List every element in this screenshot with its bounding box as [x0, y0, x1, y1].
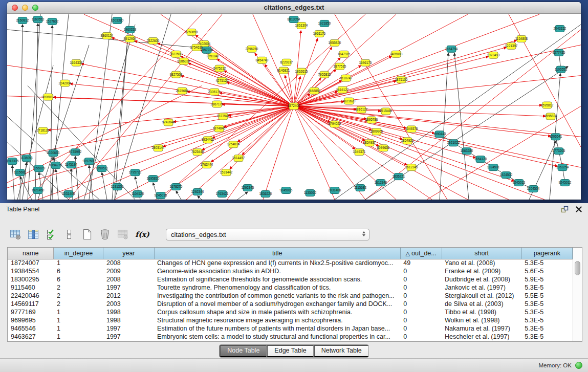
table-cell[interactable]: 0 [400, 292, 442, 300]
graph-node[interactable]: 6773205 [553, 148, 565, 155]
minimize-window-button[interactable] [22, 5, 28, 11]
table-row[interactable]: 1456911722003Disruption of a novel membe… [8, 300, 573, 308]
table-cell[interactable]: Franke et al. (2009) [442, 267, 521, 275]
table-row[interactable]: 969969511998Structural magnetic resonanc… [8, 316, 573, 324]
table-cell[interactable]: Yano et al. (2008) [442, 259, 521, 267]
table-cell[interactable]: 0 [400, 300, 442, 308]
network-graph[interactable]: 1872400226065824020042751842247521242751… [7, 14, 581, 200]
graph-node[interactable]: 1394275 [50, 162, 62, 169]
graph-node[interactable]: 1836221 [393, 173, 405, 180]
graph-node[interactable]: 9245015 [155, 192, 167, 199]
graph-node[interactable]: 8099651 [377, 145, 390, 151]
graph-node[interactable]: 9242844 [162, 119, 175, 126]
table-row[interactable]: 946362711997Embryonic stem cells: a mode… [8, 333, 573, 341]
table-cell[interactable]: 9777169 [8, 308, 54, 316]
graph-node[interactable]: 1549378 [405, 126, 418, 133]
graph-node[interactable]: 1664794 [445, 46, 458, 52]
table-row[interactable]: 2242004622012Investigating the contribut… [8, 292, 573, 300]
table-cell[interactable]: 9465546 [8, 324, 54, 333]
table-cell[interactable]: 1 [54, 259, 103, 267]
graph-node[interactable]: 2031406 [329, 187, 341, 194]
graph-node[interactable]: 9245013 [513, 180, 526, 186]
graph-node[interactable]: 9245016 [280, 187, 293, 194]
graph-node[interactable]: 7955812 [318, 71, 331, 78]
column-header-title[interactable]: title [154, 248, 400, 259]
table-cell[interactable]: 5.3E-5 [521, 333, 572, 341]
graph-node[interactable]: 1990443 [433, 131, 446, 138]
graph-node[interactable]: 1816127 [355, 106, 368, 113]
table-cell[interactable]: 0 [400, 283, 442, 292]
graph-node[interactable]: 1115683 [354, 185, 366, 191]
graph-node[interactable]: 1836220 [259, 191, 272, 198]
table-cell[interactable]: 1997 [103, 333, 154, 341]
table-cell[interactable]: 5.3E-5 [521, 316, 572, 324]
table-cell[interactable]: 2009 [103, 267, 154, 275]
graph-node[interactable]: 9146821 [277, 67, 290, 74]
graph-node[interactable]: 1696175 [359, 59, 372, 66]
table-cell[interactable]: 5.3E-5 [521, 283, 572, 292]
table-cell[interactable]: 5.3E-5 [521, 308, 572, 316]
graph-node[interactable]: 1973493 [487, 52, 500, 58]
graph-node[interactable]: 1595812 [541, 102, 554, 108]
column-header-in_degree[interactable]: in_degree [54, 248, 103, 259]
graph-node[interactable]: 1658852 [308, 87, 321, 94]
graph-node[interactable]: 1115682 [14, 169, 26, 176]
table-row[interactable]: 946554611997Estimation of the future num… [8, 324, 573, 333]
graph-node[interactable]: 7357224 [201, 47, 213, 53]
import-table-button[interactable] [116, 227, 130, 242]
graph-node[interactable]: 1154808 [515, 35, 528, 42]
graph-node[interactable]: 1135051 [20, 155, 33, 162]
graph-node[interactable]: 2803144 [152, 145, 165, 151]
graph-node[interactable]: 9397588 [83, 158, 96, 165]
table-cell[interactable]: Hescheler et al. (1997) [442, 333, 521, 341]
graph-node[interactable]: 1809965 [371, 128, 383, 135]
graph-node[interactable]: 2718126 [37, 127, 50, 134]
graph-node[interactable]: 8912954 [124, 35, 137, 42]
graph-node[interactable]: 1221397 [505, 42, 518, 49]
function-builder-button[interactable]: f(x) [134, 227, 151, 242]
scrollbar-thumb[interactable] [575, 261, 580, 275]
table-cell[interactable]: 0 [400, 324, 442, 333]
table-selector-dropdown[interactable]: citations_edges.txt [166, 229, 369, 240]
column-header-name[interactable]: name [8, 248, 54, 259]
table-cell[interactable]: 14569117 [8, 300, 54, 308]
table-cell[interactable]: 2012 [103, 292, 154, 300]
graph-node[interactable]: 2875685 [176, 87, 189, 94]
graph-node[interactable]: 1292345 [242, 185, 254, 191]
graph-node[interactable]: 8860124 [101, 32, 114, 39]
table-cell[interactable]: Changes of HCN gene expression and I(f) … [154, 259, 400, 267]
table-cell[interactable]: 5.6E-5 [521, 267, 572, 275]
table-scrollbar[interactable] [573, 248, 582, 341]
graph-node[interactable]: 7625448 [191, 149, 204, 156]
graph-node[interactable]: 1135052 [304, 190, 317, 196]
float-panel-button[interactable] [561, 206, 569, 213]
table-cell[interactable]: 2 [54, 283, 103, 292]
table-cell[interactable]: Wolkin et al. (1998) [442, 316, 521, 324]
table-row[interactable]: 1830029562008Estimation of significance … [8, 275, 573, 283]
zoom-window-button[interactable] [32, 5, 38, 11]
table-row[interactable]: 911546021997Tourette syndrome. Phenomeno… [8, 283, 573, 292]
graph-node[interactable]: 1874846 [213, 125, 226, 132]
graph-node[interactable]: 8220317 [280, 59, 293, 65]
table-cell[interactable]: 2 [54, 292, 103, 300]
graph-node[interactable]: 2043152 [554, 25, 567, 32]
graph-node[interactable]: 2031405 [62, 191, 75, 198]
table-cell[interactable]: 2008 [103, 259, 154, 267]
graph-node[interactable]: 2475212 [213, 65, 226, 72]
graph-node[interactable]: 2305171 [208, 89, 221, 95]
graph-node[interactable]: 1603380 [111, 17, 124, 24]
graph-node[interactable]: 1549371 [353, 149, 366, 156]
close-panel-button[interactable] [576, 206, 582, 212]
table-cell[interactable]: 2008 [103, 275, 154, 283]
table-cell[interactable]: Genome-wide association studies in ADHD. [154, 267, 400, 275]
graph-node[interactable]: 1862615 [295, 68, 308, 75]
table-cell[interactable]: 5.3E-5 [521, 324, 572, 333]
table-cell[interactable]: 0 [400, 316, 442, 324]
graph-node[interactable]: 2751842 [207, 53, 220, 59]
graph-node[interactable]: 9827503 [170, 51, 183, 57]
graph-node[interactable]: 1961176 [313, 30, 326, 37]
table-cell[interactable]: 1 [54, 324, 103, 333]
graph-node[interactable]: 2242004 [59, 80, 72, 86]
table-cell[interactable]: 9699695 [8, 316, 54, 324]
network-canvas[interactable]: 1872400226065824020042751842247521242751… [7, 14, 581, 200]
